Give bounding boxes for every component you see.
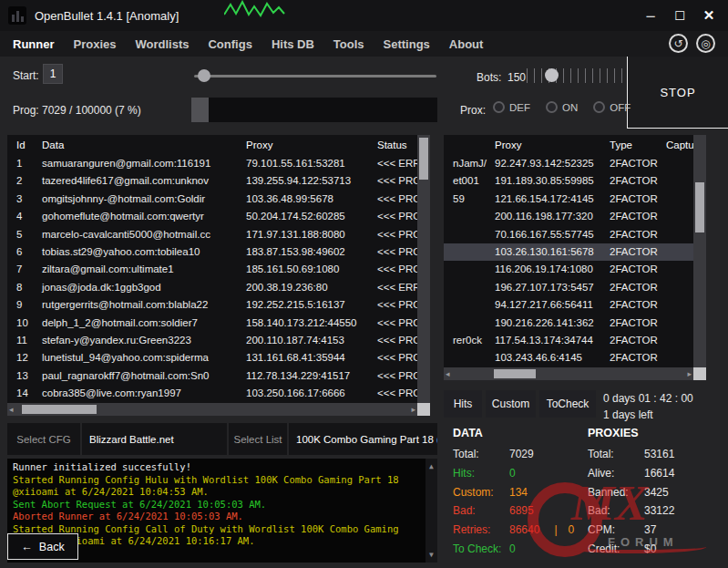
stat-value: 6895 xyxy=(509,504,534,517)
select-list-button[interactable]: Select List xyxy=(229,423,287,455)
table-row[interactable]: 4gohomeflute@hotmail.com:qwertyr50.204.1… xyxy=(7,208,417,225)
table-row[interactable]: et001191.189.30.85:599852FACTOR xyxy=(444,172,693,190)
table-row[interactable]: 11stefan-y@yandex.ru:Green3223200.110.18… xyxy=(7,332,417,349)
stat-line: CPM:37 xyxy=(588,521,724,540)
menu-item-about[interactable]: About xyxy=(449,37,484,51)
table-row[interactable]: 10delph_1_2@hotmail.com:soldier7158.140.… xyxy=(7,315,417,332)
menu-item-wordlists[interactable]: Wordlists xyxy=(135,37,189,51)
data-stats-title: DATA xyxy=(453,427,590,439)
radio-on[interactable]: ON xyxy=(546,101,578,113)
table-cell: <<< PRO xyxy=(370,172,417,190)
custom-button[interactable]: Custom xyxy=(486,390,536,418)
table-cell xyxy=(659,172,693,190)
scroll-right-icon[interactable]: ▸ xyxy=(687,367,692,380)
table-cell xyxy=(444,243,487,261)
table-cell xyxy=(659,315,693,332)
scrollbar-thumb[interactable] xyxy=(419,138,428,180)
table-row[interactable]: nJamJ/92.247.93.142:523252FACTOR xyxy=(444,155,693,172)
table-row[interactable]: 1samuaranguren@gmail.com:11619179.101.55… xyxy=(7,155,417,172)
stat-label: Banned: xyxy=(588,486,644,499)
combos-vertical-scrollbar[interactable] xyxy=(417,135,430,403)
table-row[interactable]: 2tazered4life617@gmail.com:unknov139.255… xyxy=(7,172,417,190)
stat-line: Retries:86640|0 xyxy=(453,521,590,540)
menu-item-settings[interactable]: Settings xyxy=(384,37,430,51)
title-graph-decoration xyxy=(224,0,288,18)
slider-thumb[interactable] xyxy=(198,69,210,82)
table-cell: 112.78.134.229:41517 xyxy=(239,367,370,385)
radio-def[interactable]: DEF xyxy=(493,101,530,113)
combos-horizontal-scrollbar[interactable]: ◂▸ xyxy=(7,403,417,416)
start-slider[interactable] xyxy=(194,68,436,83)
scrollbar-thumb[interactable] xyxy=(695,182,704,232)
table-cell: cobra385@live.com:ryan1997 xyxy=(35,385,239,402)
scrollbar-thumb[interactable] xyxy=(494,369,536,378)
table-row[interactable]: 8jonas@joda.dk:1ggb3god200.38.19.236:80<… xyxy=(7,279,417,296)
close-button[interactable]: ✕ xyxy=(701,7,717,24)
hits-vertical-scrollbar[interactable] xyxy=(693,135,706,367)
menu-item-proxies[interactable]: Proxies xyxy=(74,37,117,51)
scroll-left-icon[interactable]: ◂ xyxy=(446,367,450,380)
table-cell xyxy=(659,261,693,278)
stat-line: Bad:6895 xyxy=(453,501,590,521)
table-row[interactable]: 7ziltara@gmail.com:ultimate1185.161.50.6… xyxy=(7,261,417,278)
table-row[interactable]: 5marcelo-cavalcanti5000@hotmail.cc171.97… xyxy=(7,226,417,243)
table-row[interactable]: 12lunetistul_94@yahoo.com:spiderma131.16… xyxy=(7,349,417,367)
table-row[interactable]: 103.26.130.161:56782FACTOR xyxy=(444,243,693,261)
slider-thumb[interactable] xyxy=(545,68,559,82)
proxies-stats-lines: Total:53161Alive:16614Banned:3425Bad:331… xyxy=(588,445,724,558)
table-row[interactable]: 196.27.107.173:54572FACTOR xyxy=(444,279,693,296)
table-cell: 2FACTOR xyxy=(602,155,659,172)
scroll-right-icon[interactable]: ▸ xyxy=(411,403,415,416)
stop-button[interactable]: STOP xyxy=(627,57,728,129)
table-row[interactable]: 200.116.198.177:3202FACTOR xyxy=(444,208,693,225)
history-icon[interactable]: ↺ xyxy=(669,34,688,53)
table-cell: <<< PRO xyxy=(370,261,417,278)
table-header-row: IdDataProxyStatus xyxy=(7,135,417,155)
selected-config[interactable]: Blizzard Battle.net xyxy=(82,423,227,455)
table-row[interactable]: 116.206.19.174:10802FACTOR xyxy=(444,261,693,278)
table-row[interactable]: 3omgitsjohnny-@hotmail.com:Goldir103.36.… xyxy=(7,191,417,208)
radio-off[interactable]: OFF xyxy=(593,101,631,113)
table-row[interactable]: 6tobias.st29@yahoo.com:tobilea10183.87.1… xyxy=(7,243,417,261)
screenshot-icon[interactable]: ◎ xyxy=(696,34,715,53)
tocheck-button[interactable]: ToCheck xyxy=(539,390,596,418)
bots-slider[interactable] xyxy=(527,64,625,88)
table-cell xyxy=(659,191,693,208)
menu-item-runner[interactable]: Runner xyxy=(13,37,55,51)
start-input[interactable] xyxy=(43,64,63,84)
table-row[interactable]: 59121.66.154.172:41452FACTOR xyxy=(444,191,693,208)
table-cell xyxy=(659,208,693,225)
scrollbar-thumb[interactable] xyxy=(22,405,97,414)
table-row[interactable]: 13paul_ragnarokff7@hotmail.com:Sn0112.78… xyxy=(7,367,417,385)
stat-line: Total:53161 xyxy=(588,445,724,464)
proxy-mode-group: DEF ON OFF xyxy=(493,101,631,113)
hits-button[interactable]: Hits xyxy=(444,390,482,418)
stat-label: Bad: xyxy=(588,504,644,517)
select-cfg-button[interactable]: Select CFG xyxy=(7,423,80,455)
back-button[interactable]: ← Back xyxy=(7,533,78,560)
minimize-button[interactable]: ─ xyxy=(642,9,659,23)
hits-horizontal-scrollbar[interactable]: ◂▸ xyxy=(444,367,693,380)
maximize-button[interactable]: ☐ xyxy=(672,9,688,23)
table-row[interactable]: 94.127.217.66:564112FACTOR xyxy=(444,296,693,314)
menu-item-configs[interactable]: Configs xyxy=(208,37,251,51)
scroll-up-icon[interactable]: ▲ xyxy=(429,460,434,473)
menu-item-hitsdb[interactable]: Hits DB xyxy=(272,37,314,51)
table-row[interactable]: 9rutgergerrits@hotmail.com:blabla22192.2… xyxy=(7,296,417,314)
table-row[interactable]: 190.216.226.141:3622FACTOR xyxy=(444,315,693,332)
table-row[interactable]: 103.243.46.6:41452FACTOR xyxy=(444,349,693,367)
stat-label: Bad: xyxy=(453,504,509,517)
selected-wordlist[interactable]: 100K Combo Gaming Part 18 ( xyxy=(289,423,437,455)
scroll-down-icon[interactable]: ▼ xyxy=(429,549,434,562)
menu-item-tools[interactable]: Tools xyxy=(333,37,364,51)
table-row[interactable]: rer0ck117.54.13.174:347442FACTOR xyxy=(444,332,693,349)
scroll-left-icon[interactable]: ◂ xyxy=(9,403,14,416)
table-row[interactable]: 14cobra385@live.com:ryan1997103.250.166.… xyxy=(7,385,417,402)
app-icon xyxy=(8,6,26,25)
table-cell: rutgergerrits@hotmail.com:blabla22 xyxy=(35,296,239,314)
hits-table: ProxyTypeCaptunJamJ/92.247.93.142:523252… xyxy=(444,135,706,380)
log-scrollbar[interactable]: ▲▼ xyxy=(426,459,437,563)
column-header xyxy=(444,135,487,155)
table-row[interactable]: 70.166.167.55:577452FACTOR xyxy=(444,226,693,243)
table-cell: 116.206.19.174:1080 xyxy=(487,261,602,278)
